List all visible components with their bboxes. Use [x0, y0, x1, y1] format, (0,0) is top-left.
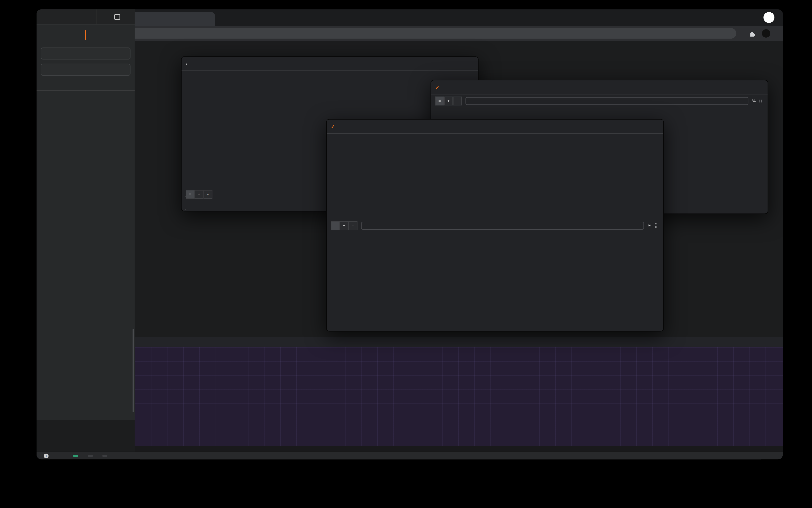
grid-view-icon[interactable]: ⣿	[759, 98, 762, 103]
plus-button[interactable]: +	[340, 221, 349, 230]
equals-button[interactable]: =	[331, 221, 340, 230]
back-to-dashboard-button[interactable]	[37, 9, 97, 24]
download-indicator[interactable]	[764, 12, 774, 23]
app-canvas: ‹ = + -	[37, 41, 783, 460]
map-badge[interactable]	[102, 455, 107, 457]
map-pack-selector[interactable]	[41, 47, 131, 59]
browser-toolbar	[37, 26, 783, 41]
log-toolbar	[135, 337, 783, 347]
map-window: ✓ = + - % ⣿	[326, 119, 664, 331]
back-chevron-icon[interactable]: ‹	[186, 60, 188, 68]
equals-button[interactable]: =	[435, 96, 444, 105]
sidebar	[37, 9, 135, 420]
url-bar[interactable]	[61, 28, 736, 39]
search-input[interactable]	[41, 64, 131, 76]
percent-button[interactable]: %	[647, 223, 651, 228]
factor-window-header[interactable]: ✓	[431, 80, 768, 94]
profile-avatar[interactable]	[762, 29, 770, 38]
minus-button[interactable]: -	[349, 221, 358, 230]
waveform-trace	[135, 347, 783, 446]
group-badge[interactable]	[73, 455, 78, 457]
map-formula-bar: = + - % ⣿	[327, 220, 661, 231]
map-window-header[interactable]: ✓	[327, 120, 663, 134]
speedweaver-logo	[37, 25, 135, 45]
sidebar-tabs	[37, 79, 135, 91]
fullscreen-button[interactable]	[97, 9, 135, 24]
percent-button[interactable]: %	[752, 98, 756, 103]
browser-window: ‹ = + -	[37, 9, 783, 459]
tab-strip	[37, 9, 783, 26]
status-bar: i	[37, 452, 783, 460]
check-icon: ✓	[331, 123, 335, 129]
log-viewer-panel	[135, 337, 783, 452]
timeline-bar[interactable]	[135, 446, 783, 452]
extensions-puzzle-icon[interactable]	[749, 30, 756, 37]
check-icon: ✓	[435, 84, 440, 90]
logo-divider	[85, 30, 86, 40]
sidebar-scrollbar[interactable]	[133, 329, 134, 412]
surface-3d-plot[interactable]	[327, 133, 663, 219]
minus-button[interactable]: -	[453, 96, 462, 105]
waveform-view[interactable]	[135, 347, 783, 446]
factor-formula-bar: = + - % ⣿	[431, 95, 766, 107]
screen: ‹ = + -	[0, 0, 812, 508]
info-icon: i	[44, 454, 48, 458]
plus-button[interactable]: +	[444, 96, 453, 105]
fullscreen-icon	[114, 14, 120, 19]
folder-badge[interactable]	[88, 455, 93, 457]
grid-view-icon[interactable]: ⣿	[655, 223, 657, 228]
axis-window-header[interactable]: ‹	[182, 57, 478, 71]
